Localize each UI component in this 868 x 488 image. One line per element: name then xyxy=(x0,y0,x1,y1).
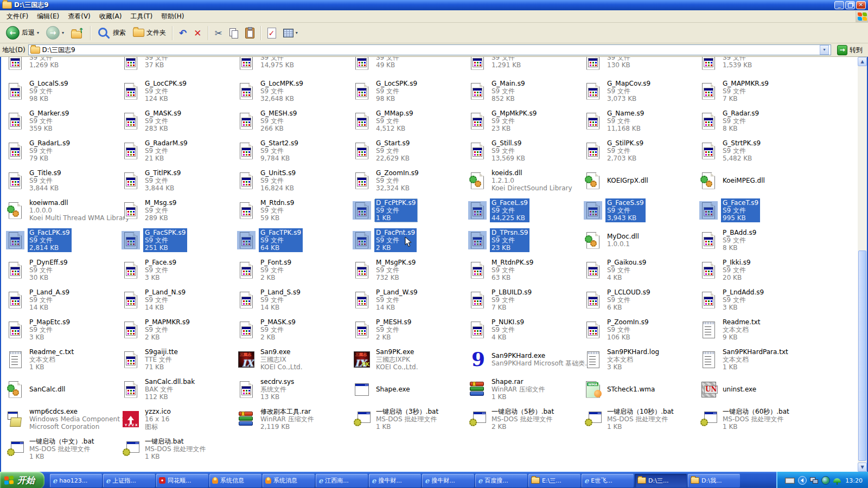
search-button[interactable]: 搜索 xyxy=(94,25,129,41)
file-item[interactable]: M_Rtdn.s9S9 文件59 KB xyxy=(237,195,352,225)
file-item[interactable]: P_NUKI.s9S9 文件4 KB xyxy=(468,314,583,344)
file-item[interactable]: UNuninst.exe xyxy=(699,374,814,404)
file-item[interactable]: 一键启动.batMS-DOS 批处理文件1 KB xyxy=(121,434,237,464)
file-item[interactable]: G_MMap.s9S9 文件4,512 KB xyxy=(352,106,468,136)
file-item[interactable]: P_DynEff.s9S9 文件30 KB xyxy=(5,255,121,285)
file-item[interactable]: G_Marker.s9S9 文件359 KB xyxy=(5,106,121,136)
file-item[interactable]: G_FacTPK.s9S9 文件64 KB xyxy=(237,225,352,255)
file-item[interactable]: G_Radar.s9S9 文件8 KB xyxy=(699,106,814,136)
file-item[interactable]: YZZXyzzx.ico16 x 16图标 xyxy=(121,404,237,434)
taskbar-item[interactable]: e上证指... xyxy=(103,474,155,487)
file-item[interactable]: G_TitlPK.s9S9 文件3,844 KB xyxy=(121,165,237,195)
file-item[interactable]: 三國志IXSan9.exe三國志IXKOEI Co.,Ltd. xyxy=(237,344,352,374)
file-item[interactable]: 一键启动（10秒）.batMS-DOS 批处理文件1 KB xyxy=(583,404,699,434)
taskbar-item[interactable]: 同花顺... xyxy=(156,474,208,487)
cut-button[interactable]: ✂ xyxy=(212,26,225,40)
chevron-icon[interactable] xyxy=(798,476,807,485)
file-item[interactable]: G_LocMPK.s9S9 文件32,648 KB xyxy=(237,76,352,106)
taskbar-item[interactable]: 系统消息 xyxy=(263,474,315,487)
file-item[interactable]: G_RadarM.s9S9 文件21 KB xyxy=(121,136,237,165)
taskbar-item[interactable]: e百度搜... xyxy=(475,474,527,487)
taskbar-item[interactable]: D:\三... xyxy=(635,474,687,487)
file-item[interactable]: P_MESH.s9S9 文件2 KB xyxy=(352,314,468,344)
delete-button[interactable]: ✕ xyxy=(191,26,204,40)
file-item[interactable]: G_Start.s9S9 文件22,629 KB xyxy=(352,136,468,165)
file-item[interactable]: 三國志IXPKSan9PK.exe三國志IXPKKOEI Co.,Ltd. xyxy=(352,344,468,374)
menu-item[interactable]: 编辑(E) xyxy=(33,11,63,22)
file-item[interactable]: KOEIGrpX.dll xyxy=(583,165,699,195)
file-item[interactable]: G_RadarL.s9S9 文件79 KB xyxy=(5,136,121,165)
restore-button[interactable] xyxy=(845,1,855,9)
file-item[interactable]: 一键启动（3秒）.batMS-DOS 批处理文件1 KB xyxy=(352,404,468,434)
menu-item[interactable]: 收藏(A) xyxy=(95,11,126,22)
file-item[interactable]: P_MASK.s9S9 文件2 KB xyxy=(237,314,352,344)
file-item[interactable]: Readme_c.txt文本文档1 KB xyxy=(5,344,121,374)
address-input[interactable]: D:\三国志9 ▾ xyxy=(28,44,831,55)
menu-item[interactable]: 查看(V) xyxy=(63,11,95,22)
forward-button[interactable]: → ▾ xyxy=(43,24,67,41)
taskbar-item[interactable]: e搜牛财... xyxy=(369,474,421,487)
globe-icon[interactable] xyxy=(821,476,830,485)
back-dropdown-icon[interactable]: ▾ xyxy=(37,30,39,35)
taskbar-item[interactable]: eE世飞... xyxy=(582,474,634,487)
file-item[interactable]: M_MsgPK.s9S9 文件732 KB xyxy=(352,255,468,285)
file-item[interactable]: S9 文件14,975 KB xyxy=(237,57,352,76)
file-item[interactable]: G_Still.s9S9 文件13,569 KB xyxy=(468,136,583,165)
file-item[interactable]: G_MpMkPK.s9S9 文件23 KB xyxy=(468,106,583,136)
minimize-button[interactable]: _ xyxy=(834,1,844,9)
file-item[interactable]: G_Main.s9S9 文件852 KB xyxy=(468,76,583,106)
umbrella-icon[interactable] xyxy=(833,478,841,483)
network-icon[interactable] xyxy=(810,477,818,484)
file-item[interactable]: G_MASK.s9S9 文件283 KB xyxy=(121,106,237,136)
close-button[interactable]: ✕ xyxy=(856,1,866,9)
menu-item[interactable]: 帮助(H) xyxy=(157,11,188,22)
file-item[interactable]: Shape.exe xyxy=(352,374,468,404)
file-item[interactable]: S9 文件1,291 KB xyxy=(468,57,583,76)
file-item[interactable]: 一键启动（60秒）.batMS-DOS 批处理文件1 KB xyxy=(699,404,814,434)
file-item[interactable]: D_FcPtPK.s9S9 文件1 KB xyxy=(352,195,468,225)
file-item[interactable]: G_StrtPK.s9S9 文件5,482 KB xyxy=(699,136,814,165)
file-item[interactable]: 一键启动（中文）.batMS-DOS 批处理文件1 KB xyxy=(5,434,121,464)
file-item[interactable]: M_Msg.s9S9 文件289 KB xyxy=(121,195,237,225)
file-item[interactable]: S9 文件49 KB xyxy=(352,57,468,76)
file-item[interactable]: P_Land_A.s9S9 文件14 KB xyxy=(5,285,121,314)
file-item[interactable]: G_MAPMKR.s9S9 文件7 KB xyxy=(699,76,814,106)
file-item[interactable]: G_Name.s9S9 文件11,168 KB xyxy=(583,106,699,136)
file-item[interactable]: SanCalc.dll xyxy=(5,374,121,404)
file-item[interactable]: P_LCLOUD.s9S9 文件6 KB xyxy=(583,285,699,314)
file-item[interactable]: M_RtdnPK.s9S9 文件63 KB xyxy=(468,255,583,285)
file-item[interactable]: KoeiMPEG.dll xyxy=(699,165,814,195)
up-button[interactable]: ↑ xyxy=(68,26,87,40)
scroll-thumb[interactable] xyxy=(858,251,866,461)
file-item[interactable]: G_LocCPK.s9S9 文件124 KB xyxy=(121,76,237,106)
file-item[interactable]: San9PKHardPara.txt文本文档1 KB xyxy=(699,344,814,374)
file-item[interactable]: Shape.rarWinRAR 压缩文件1 KB xyxy=(468,374,583,404)
file-item[interactable]: G_MapCov.s9S9 文件3,073 KB xyxy=(583,76,699,106)
file-item[interactable]: G_UnitS.s9S9 文件16,824 KB xyxy=(237,165,352,195)
scroll-down-button[interactable]: ▼ xyxy=(858,463,867,472)
file-item[interactable]: G_LocalS.s9S9 文件98 KB xyxy=(5,76,121,106)
file-item[interactable]: G_FaceL.s9S9 文件44,225 KB xyxy=(468,195,583,225)
file-item[interactable]: P_LndAdd.s9S9 文件3 KB xyxy=(699,285,814,314)
file-item[interactable]: secdrv.sys系统文件13 KB xyxy=(237,374,352,404)
file-item[interactable]: G_StilPK.s9S9 文件2,703 KB xyxy=(583,136,699,165)
views-dropdown-icon[interactable]: ▾ xyxy=(296,30,298,35)
file-item[interactable]: G_FacSPK.s9S9 文件251 KB xyxy=(121,225,237,255)
file-item[interactable]: 9San9PKHard.exeSan9PKHard Microsoft 基础类.… xyxy=(468,344,583,374)
folders-button[interactable]: 文件夹 xyxy=(130,27,169,39)
file-item[interactable]: P_MAPMKR.s9S9 文件2 KB xyxy=(121,314,237,344)
file-item[interactable]: G_Start2.s9S9 文件9,784 KB xyxy=(237,136,352,165)
menu-item[interactable]: 文件(F) xyxy=(2,11,33,22)
taskbar-item[interactable]: e搜牛财... xyxy=(422,474,474,487)
file-item[interactable]: P_BAdd.s9S9 文件8 KB xyxy=(699,225,814,255)
file-item[interactable]: S9 文件1,269 KB xyxy=(5,57,121,76)
scan-button[interactable]: ✓ xyxy=(265,26,279,40)
forward-dropdown-icon[interactable]: ▾ xyxy=(62,30,64,35)
go-button[interactable]: → 转到 xyxy=(834,45,866,55)
start-button[interactable]: 开始 xyxy=(0,472,44,488)
file-item[interactable]: 修改剧本工具.rarWinRAR 压缩文件2,119 KB xyxy=(237,404,352,434)
file-item[interactable]: S9 文件1,539 KB xyxy=(699,57,814,76)
file-item[interactable]: S9 文件37 KB xyxy=(121,57,237,76)
file-item[interactable]: G_FaceS.s9S9 文件3,943 KB xyxy=(583,195,699,225)
address-dropdown-button[interactable]: ▾ xyxy=(820,45,829,55)
